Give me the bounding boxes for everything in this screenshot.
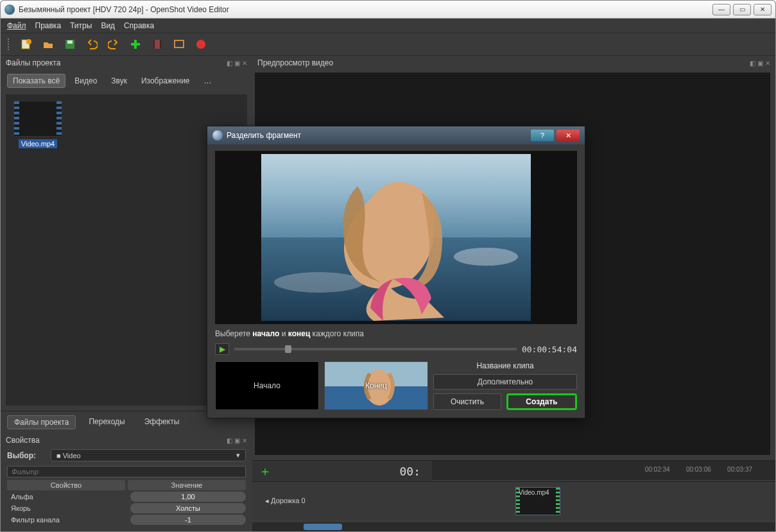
titlebar: Безымянный проект [HDV 720 24p] - OpenSh… — [1, 1, 775, 19]
dialog-title: Разделить фрагмент — [227, 131, 301, 140]
import-icon[interactable] — [129, 38, 142, 51]
window-title: Безымянный проект [HDV 720 24p] - OpenSh… — [19, 5, 710, 14]
project-files-title: Файлы проекта — [6, 58, 60, 67]
app-icon — [4, 4, 15, 15]
menu-file[interactable]: Файл — [7, 21, 26, 30]
property-row: Альфа 1,00 — [7, 492, 246, 502]
svg-point-14 — [274, 272, 364, 293]
svg-rect-7 — [153, 40, 155, 49]
properties-grid: Свойство Значение Альфа 1,00 Якорь Холст… — [1, 480, 252, 531]
new-project-icon[interactable] — [20, 38, 33, 51]
dialog-seek-row: ▶ 00:00:54:04 — [215, 343, 577, 355]
seek-thumb[interactable] — [285, 345, 291, 353]
dialog-instruction: Выберете начало и конец каждого клипа — [215, 329, 577, 338]
tab-effects[interactable]: Эффекты — [138, 415, 186, 429]
dialog-preview — [215, 151, 577, 324]
panel-controls[interactable]: ◧ ▣ ✕ — [750, 60, 770, 67]
track-name: Дорожка 0 — [271, 497, 306, 504]
svg-point-10 — [196, 40, 205, 49]
undo-icon[interactable] — [85, 38, 98, 51]
svg-point-13 — [454, 248, 518, 266]
project-filter-tabs: Показать всё Видео Звук Изображение … — [1, 70, 252, 92]
filter-image[interactable]: Изображение — [136, 74, 195, 87]
panel-controls[interactable]: ◧ ▣ ✕ — [227, 437, 247, 444]
menu-edit[interactable]: Правка — [35, 21, 62, 30]
fullscreen-icon[interactable] — [173, 38, 185, 51]
filter-all[interactable]: Показать всё — [7, 74, 65, 88]
dialog-close-button[interactable]: ✕ — [556, 130, 580, 141]
start-thumbnail[interactable]: Начало — [215, 361, 319, 410]
menubar: Файл Правка Титры Вид Справка — [1, 19, 775, 33]
timeline-track[interactable]: ◂ Дорожка 0 Video.mp4 — [252, 481, 775, 520]
svg-rect-3 — [67, 40, 73, 44]
clear-button[interactable]: Очистить — [433, 393, 501, 410]
properties-panel: Свойства ◧ ▣ ✕ Выбор: ■ Video ▾ Свойство… — [1, 433, 252, 531]
dialog-help-button[interactable]: ? — [531, 130, 554, 141]
dialog-time: 00:00:54:04 — [522, 345, 577, 354]
menu-titles[interactable]: Титры — [70, 21, 92, 30]
properties-title: Свойства — [6, 436, 40, 445]
toolbar-grip — [7, 38, 10, 51]
create-button[interactable]: Создать — [506, 393, 577, 410]
property-filter-input[interactable] — [7, 466, 246, 477]
clip-select[interactable]: ■ Video ▾ — [51, 449, 246, 461]
timeline-scrollbar[interactable] — [252, 522, 775, 531]
svg-rect-8 — [160, 40, 161, 49]
col-property: Свойство — [7, 480, 125, 490]
tab-transitions[interactable]: Переходы — [82, 415, 131, 429]
svg-rect-5 — [131, 43, 140, 46]
filter-audio[interactable]: Звук — [106, 74, 132, 87]
save-project-icon[interactable] — [64, 38, 76, 51]
file-thumbnail-icon — [13, 101, 62, 137]
dialog-body: Выберете начало и конец каждого клипа ▶ … — [207, 144, 585, 418]
film-strip-icon[interactable] — [151, 38, 164, 51]
filter-video[interactable]: Видео — [69, 74, 102, 87]
playhead-time: 00: — [394, 463, 426, 479]
dialog-app-icon — [212, 130, 223, 141]
toolbar — [1, 33, 775, 56]
add-track-button[interactable]: ＋ — [259, 463, 272, 480]
split-clip-dialog: Разделить фрагмент ? ✕ — [207, 126, 585, 418]
tab-project-files[interactable]: Файлы проекта — [7, 415, 76, 429]
select-label: Выбор: — [7, 451, 46, 460]
timeline-clip[interactable]: Video.mp4 — [515, 487, 560, 515]
clip-name-label: Название клипа — [433, 361, 577, 370]
timeline: ＋ 00: 31 секунд 00:02:34 00:03:06 00:03:… — [252, 460, 775, 531]
properties-header: Свойства ◧ ▣ ✕ — [1, 433, 252, 447]
chevron-down-icon: ▾ — [236, 451, 240, 459]
svg-point-1 — [26, 39, 31, 44]
col-value: Значение — [128, 480, 246, 490]
preview-header: Предпросмотр видео ◧ ▣ ✕ — [252, 56, 775, 70]
timeline-ruler[interactable]: 00:02:34 00:03:06 00:03:37 — [432, 461, 775, 480]
preview-frame-image — [261, 154, 531, 321]
menu-help[interactable]: Справка — [124, 21, 154, 30]
maximize-button[interactable]: ▭ — [733, 4, 751, 15]
dialog-seek-slider[interactable] — [234, 348, 517, 350]
open-project-icon[interactable] — [42, 38, 55, 51]
preview-title: Предпросмотр видео — [257, 58, 333, 67]
redo-icon[interactable] — [107, 38, 120, 51]
property-row: Якорь Холсты — [7, 503, 246, 513]
panel-controls[interactable]: ◧ ▣ ✕ — [227, 60, 247, 67]
filter-more[interactable]: … — [199, 74, 217, 87]
dialog-titlebar[interactable]: Разделить фрагмент ? ✕ — [207, 126, 585, 144]
file-name: Video.mp4 — [19, 139, 57, 148]
property-row: Фильтр канала -1 — [7, 515, 246, 525]
dialog-play-button[interactable]: ▶ — [215, 343, 229, 355]
file-item[interactable]: Video.mp4 — [12, 101, 64, 148]
advanced-button[interactable]: Дополнительно — [433, 374, 577, 390]
close-button[interactable]: ✕ — [754, 4, 772, 15]
export-icon[interactable] — [194, 38, 207, 51]
menu-view[interactable]: Вид — [101, 21, 115, 30]
svg-rect-9 — [175, 40, 184, 47]
scrollbar-thumb[interactable] — [304, 524, 342, 530]
minimize-button[interactable]: — — [712, 4, 730, 15]
project-files-header: Файлы проекта ◧ ▣ ✕ — [1, 56, 252, 70]
end-thumbnail[interactable]: Конец — [324, 361, 428, 410]
